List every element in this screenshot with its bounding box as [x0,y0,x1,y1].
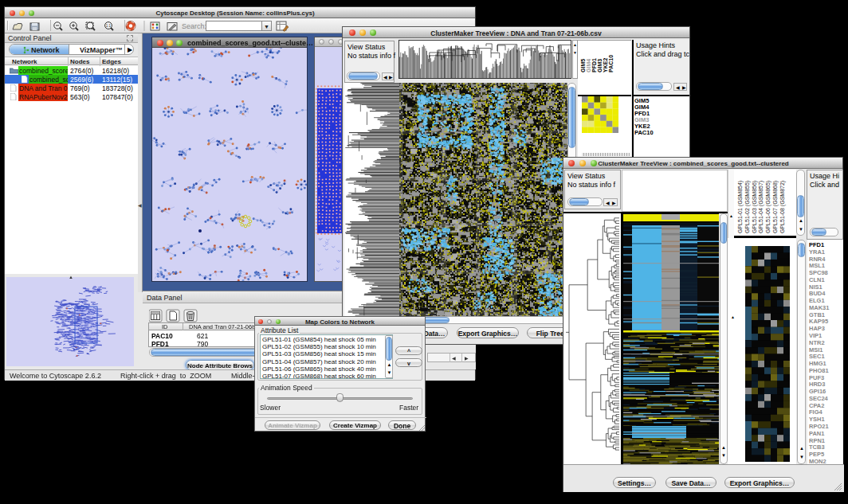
svg-text:1:1: 1:1 [106,24,112,28]
